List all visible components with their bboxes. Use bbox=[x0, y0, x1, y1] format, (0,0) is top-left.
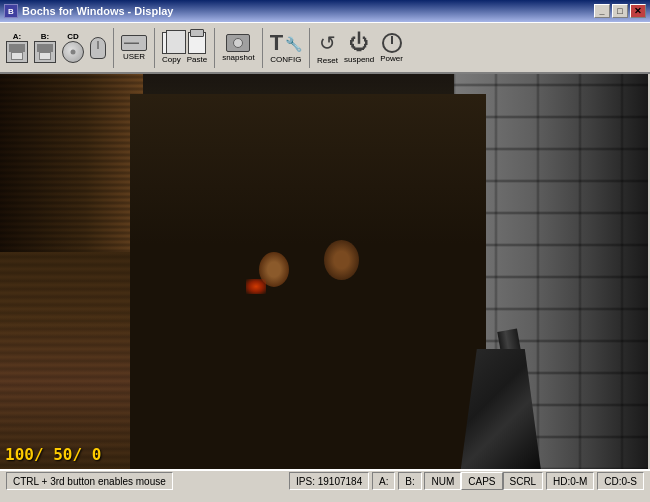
separator-4 bbox=[262, 28, 263, 68]
separator-5 bbox=[309, 28, 310, 68]
drive-a-label: A: bbox=[379, 476, 388, 487]
floppy-b-button[interactable]: B: bbox=[32, 30, 58, 66]
paste-label: Paste bbox=[187, 55, 207, 64]
snapshot-button[interactable]: snapshot bbox=[220, 32, 256, 64]
cd-button[interactable]: CD bbox=[60, 30, 86, 66]
separator-1 bbox=[113, 28, 114, 68]
snapshot-label: snapshot bbox=[222, 53, 254, 62]
mouse-hint-item: CTRL + 3rd button enables mouse bbox=[6, 472, 173, 490]
num-lock-item: NUM bbox=[424, 472, 461, 490]
drive-b-label: B: bbox=[405, 476, 414, 487]
reset-button[interactable]: ↺ Reset bbox=[315, 29, 340, 67]
config-wrench-icon: 🔧 bbox=[285, 36, 302, 52]
copy-icon bbox=[162, 32, 180, 54]
maximize-button[interactable]: □ bbox=[612, 4, 628, 18]
hud-ammo: 100/ 50/ 0 bbox=[5, 445, 101, 464]
gun-body bbox=[461, 349, 541, 469]
game-canvas: 100/ 50/ 0 bbox=[0, 74, 648, 469]
minimize-button[interactable]: _ bbox=[594, 4, 610, 18]
scroll-lock-item: SCRL bbox=[503, 472, 544, 490]
power-button[interactable]: Power bbox=[378, 31, 405, 65]
user-label: USER bbox=[123, 52, 145, 61]
cd-icon-group: CD bbox=[62, 32, 84, 64]
reset-label: Reset bbox=[317, 56, 338, 65]
config-button[interactable]: T 🔧 CONFIG bbox=[268, 30, 304, 66]
scroll-lock-label: SCRL bbox=[510, 476, 537, 487]
floppy-b-icon-group: B: bbox=[34, 32, 56, 64]
suspend-label: suspend bbox=[344, 55, 374, 64]
mouse-button[interactable] bbox=[88, 35, 108, 61]
title-bar: B Bochs for Windows - Display _ □ ✕ bbox=[0, 0, 650, 22]
snapshot-icon bbox=[226, 34, 250, 52]
user-button[interactable]: USER bbox=[119, 33, 149, 63]
power-icon bbox=[382, 33, 402, 53]
suspend-button[interactable]: ⏻ suspend bbox=[342, 29, 376, 66]
floppy-a-label: A: bbox=[13, 32, 21, 42]
mouse-icon bbox=[90, 37, 106, 59]
num-lock-label: NUM bbox=[431, 476, 454, 487]
config-t-icon: T bbox=[270, 32, 283, 54]
ips-label: IPS: bbox=[296, 476, 315, 487]
copy-label: Copy bbox=[162, 55, 181, 64]
cd-status-label: CD:0-S bbox=[604, 476, 637, 487]
floppy-b-label: B: bbox=[41, 32, 49, 42]
caps-lock-item: CAPS bbox=[461, 472, 502, 490]
gun bbox=[431, 339, 551, 469]
floppy-a-icon bbox=[6, 41, 28, 63]
cd-icon bbox=[62, 41, 84, 63]
copy-button[interactable]: Copy bbox=[160, 30, 183, 66]
hd-item: HD:0-M bbox=[546, 472, 594, 490]
app-icon: B bbox=[4, 4, 18, 18]
paste-button[interactable]: Paste bbox=[185, 30, 209, 66]
title-controls: _ □ ✕ bbox=[594, 4, 646, 18]
ips-value: 19107184 bbox=[318, 476, 363, 487]
cd-item: CD:0-S bbox=[597, 472, 644, 490]
enemy-2 bbox=[324, 240, 359, 280]
floppy-a-button[interactable]: A: bbox=[4, 30, 30, 66]
suspend-icon: ⏻ bbox=[349, 31, 369, 54]
ips-item: IPS: 19107184 bbox=[289, 472, 369, 490]
toolbar: A: B: CD USER Copy Paste bbox=[0, 22, 650, 74]
paste-icon bbox=[188, 32, 206, 54]
keyboard-icon bbox=[121, 35, 147, 51]
separator-2 bbox=[154, 28, 155, 68]
reset-icon: ↺ bbox=[319, 31, 336, 55]
close-button[interactable]: ✕ bbox=[630, 4, 646, 18]
cd-label: CD bbox=[67, 32, 79, 42]
caps-lock-label: CAPS bbox=[468, 476, 495, 487]
floppy-b-icon bbox=[34, 41, 56, 63]
display-area[interactable]: 100/ 50/ 0 bbox=[0, 74, 648, 469]
power-label: Power bbox=[380, 54, 403, 63]
title-bar-left: B Bochs for Windows - Display bbox=[4, 4, 173, 18]
window-title: Bochs for Windows - Display bbox=[22, 5, 173, 17]
hd-label: HD:0-M bbox=[553, 476, 587, 487]
drive-a-item: A: bbox=[372, 472, 395, 490]
enemy-glow bbox=[246, 279, 266, 294]
drive-b-item: B: bbox=[398, 472, 421, 490]
mouse-hint-text: CTRL + 3rd button enables mouse bbox=[13, 476, 166, 487]
separator-3 bbox=[214, 28, 215, 68]
status-bar: CTRL + 3rd button enables mouse IPS: 191… bbox=[0, 469, 650, 491]
config-label: CONFIG bbox=[270, 55, 301, 64]
floppy-a-icon-group: A: bbox=[6, 32, 28, 64]
